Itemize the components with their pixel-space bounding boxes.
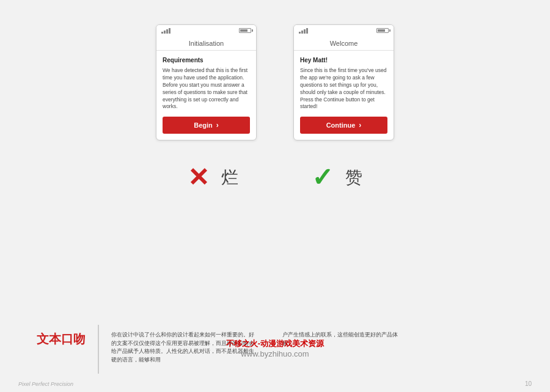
begin-button[interactable]: Begin › <box>163 117 250 134</box>
watermark-line2: www.byzhihuo.com <box>226 349 324 358</box>
phone-body-initialisation: Requirements We have detected that this … <box>156 51 256 140</box>
bad-icon-item: ✕ 烂 <box>188 165 238 191</box>
footer-brand: Pixel Perfect Precision <box>18 381 73 387</box>
good-label: 赞 <box>345 166 362 189</box>
check-icon: ✓ <box>312 165 333 191</box>
cross-icon: ✕ <box>188 165 209 191</box>
battery-icon-2 <box>376 28 389 33</box>
phone-heading-2: Hey Matt! <box>300 57 387 64</box>
footer: Pixel Perfect Precision 10 <box>18 380 532 387</box>
phone-text-1: We have detected that this is the first … <box>163 67 250 111</box>
phone-welcome: Welcome Hey Matt! Since this is the firs… <box>293 24 394 140</box>
status-bar-2 <box>294 25 394 36</box>
bad-label: 烂 <box>221 166 238 189</box>
begin-arrow-icon: › <box>216 121 219 129</box>
continue-arrow-icon: › <box>359 121 361 129</box>
phone-heading-1: Requirements <box>163 57 250 64</box>
icons-row: ✕ 烂 ✓ 赞 <box>12 165 538 191</box>
watermark-line1: 不移之火-动漫游戏美术资源 <box>226 338 324 349</box>
section-title: 文本口吻 <box>18 325 98 374</box>
status-bar-1 <box>156 25 256 36</box>
continue-label: Continue <box>326 122 356 129</box>
phone-header-initialisation: Initialisation <box>156 36 256 51</box>
phone-initialisation: Initialisation Requirements We have dete… <box>156 24 257 140</box>
watermark: 不移之火-动漫游戏美术资源 www.byzhihuo.com <box>226 338 324 358</box>
continue-button[interactable]: Continue › <box>300 117 387 134</box>
phones-row: Initialisation Requirements We have dete… <box>156 24 394 140</box>
begin-label: Begin <box>194 122 213 129</box>
signal-icon-2 <box>299 27 308 34</box>
phone-body-welcome: Hey Matt! Since this is the first time y… <box>294 51 394 140</box>
good-icon-item: ✓ 赞 <box>312 165 362 191</box>
phone-header-welcome: Welcome <box>294 36 394 51</box>
phone-text-2: Since this is the first time you've used… <box>300 67 387 111</box>
battery-icon <box>239 28 251 33</box>
signal-icon <box>161 27 170 34</box>
footer-page: 10 <box>525 380 532 387</box>
